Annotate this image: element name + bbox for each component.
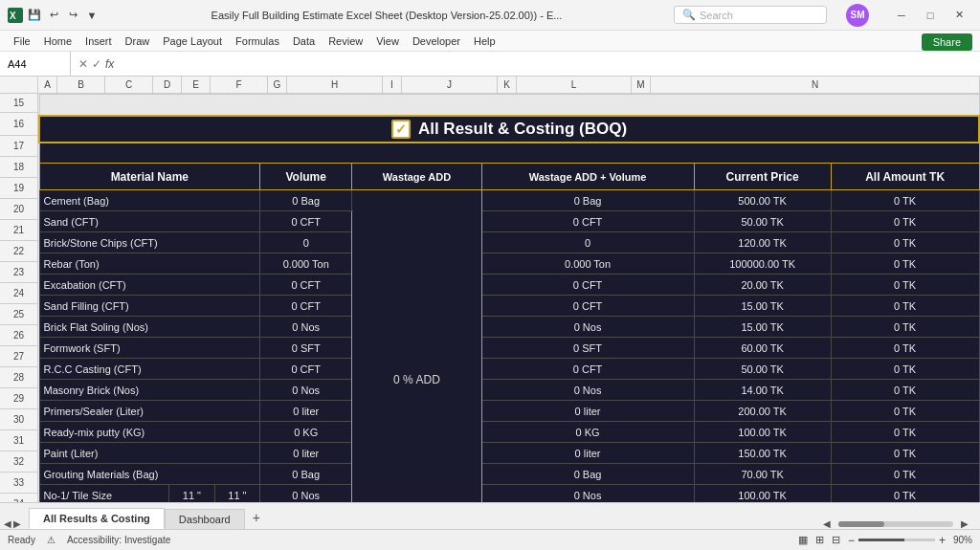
cement-price[interactable]: 500.00 TK [694,190,831,211]
rebar-vol[interactable]: 0.000 Ton [260,253,352,275]
paint-wastage-vol[interactable]: 0 liter [481,443,694,464]
sand-name[interactable]: Sand (CFT) [39,211,260,232]
zoom-in-icon[interactable]: + [939,534,946,547]
redo-icon[interactable]: ↪ [65,8,80,23]
menu-page-layout[interactable]: Page Layout [157,33,228,51]
menu-file[interactable]: File [8,33,36,51]
sand-vol[interactable]: 0 CFT [260,211,352,232]
grouting-vol[interactable]: 0 Bag [260,464,352,485]
putty-vol[interactable]: 0 KG [260,422,352,443]
rebar-name[interactable]: Rebar (Ton) [39,253,260,275]
cement-amount[interactable]: 0 TK [831,190,979,211]
rcc-price[interactable]: 50.00 TK [694,359,831,380]
cement-name[interactable]: Cement (Bag) [39,190,260,211]
tile1-amount[interactable]: 0 TK [831,485,979,503]
brick-flat-name[interactable]: Brick Flat Soling (Nos) [39,317,260,338]
tile1-wastage-vol[interactable]: 0 Nos [481,485,694,503]
col-header-e[interactable]: E [182,77,211,93]
brick-flat-amount[interactable]: 0 TK [831,317,979,338]
excabation-price[interactable]: 20.00 TK [694,275,831,296]
confirm-formula-icon[interactable]: ✓ [92,57,101,71]
excabation-name[interactable]: Excabation (CFT) [39,275,260,296]
tile1-name[interactable]: No-1/ Tile Size [39,485,169,503]
sand-filling-name[interactable]: Sand Filling (CFT) [39,296,260,317]
sand-filling-price[interactable]: 15.00 TK [694,296,831,317]
zoom-slider[interactable] [858,539,935,541]
brick-vol[interactable]: 0 [260,232,352,253]
cell-reference[interactable] [4,52,71,76]
brick-flat-wastage-vol[interactable]: 0 Nos [481,317,694,338]
rcc-wastage-vol[interactable]: 0 CFT [481,359,694,380]
paint-amount[interactable]: 0 TK [831,443,979,464]
scrollbar-right-icon[interactable]: ▶ [961,518,969,529]
col-header-i[interactable]: I [383,77,402,93]
col-header-l[interactable]: L [517,77,632,93]
rcc-name[interactable]: R.C.C Casting (CFT) [39,359,260,380]
sand-price[interactable]: 50.00 TK [694,211,831,232]
cement-wastage-vol[interactable]: 0 Bag [481,190,694,211]
primers-amount[interactable]: 0 TK [831,401,979,422]
menu-insert[interactable]: Insert [79,33,118,51]
tile1-size2[interactable]: 11 " [214,485,260,503]
paint-price[interactable]: 150.00 TK [694,443,831,464]
menu-draw[interactable]: Draw [120,33,156,51]
putty-price[interactable]: 100.00 TK [694,422,831,443]
brick-amount[interactable]: 0 TK [831,232,979,253]
close-button[interactable]: ✕ [946,6,972,25]
rcc-vol[interactable]: 0 CFT [260,359,352,380]
col-header-j[interactable]: J [402,77,498,93]
add-sheet-button[interactable]: + [245,506,268,529]
masonry-price[interactable]: 14.00 TK [694,380,831,401]
col-header-b[interactable]: B [57,77,105,93]
menu-data[interactable]: Data [287,33,321,51]
paint-vol[interactable]: 0 liter [260,443,352,464]
masonry-vol[interactable]: 0 Nos [260,380,352,401]
view-layout-icon[interactable]: ⊞ [815,534,824,546]
excabation-vol[interactable]: 0 CFT [260,275,352,296]
putty-amount[interactable]: 0 TK [831,422,979,443]
rebar-price[interactable]: 100000.00 TK [694,253,831,275]
col-header-c[interactable]: C [105,77,153,93]
maximize-button[interactable]: □ [917,6,944,25]
avatar[interactable]: SM [846,4,869,27]
primers-vol[interactable]: 0 liter [260,401,352,422]
col-header-f[interactable]: F [211,77,268,93]
menu-review[interactable]: Review [323,33,368,51]
sand-filling-vol[interactable]: 0 CFT [260,296,352,317]
brick-flat-price[interactable]: 15.00 TK [694,317,831,338]
brick-name[interactable]: Brick/Stone Chips (CFT) [39,232,260,253]
col-header-a[interactable]: A [38,77,57,93]
view-normal-icon[interactable]: ▦ [798,534,808,546]
col-header-d[interactable]: D [153,77,182,93]
formwork-name[interactable]: Formwork (SFT) [39,338,260,359]
grouting-price[interactable]: 70.00 TK [694,464,831,485]
formwork-amount[interactable]: 0 TK [831,338,979,359]
excabation-wastage-vol[interactable]: 0 CFT [481,275,694,296]
paint-name[interactable]: Paint (Liter) [39,443,260,464]
col-header-h[interactable]: H [287,77,383,93]
brick-price[interactable]: 120.00 TK [694,232,831,253]
tab-dashboard[interactable]: Dashboard [165,509,245,529]
rebar-amount[interactable]: 0 TK [831,253,979,275]
rcc-amount[interactable]: 0 TK [831,359,979,380]
grouting-wastage-vol[interactable]: 0 Bag [481,464,694,485]
col-header-n[interactable]: N [651,77,980,93]
formwork-vol[interactable]: 0 SFT [260,338,352,359]
col-header-m[interactable]: M [632,77,651,93]
masonry-name[interactable]: Masonry Brick (Nos) [39,380,260,401]
menu-developer[interactable]: Developer [407,33,466,51]
view-page-break-icon[interactable]: ⊟ [832,534,840,546]
tile1-price[interactable]: 100.00 TK [694,485,831,503]
menu-help[interactable]: Help [468,33,501,51]
brick-flat-vol[interactable]: 0 Nos [260,317,352,338]
horizontal-scrollbar[interactable] [838,521,953,527]
undo-icon[interactable]: ↩ [46,8,61,23]
menu-formulas[interactable]: Formulas [230,33,285,51]
menu-home[interactable]: Home [38,33,78,51]
tile1-size1[interactable]: 11 " [169,485,215,503]
scrollbar-left-icon[interactable]: ◀ [823,518,831,529]
share-button[interactable]: Share [922,33,972,51]
col-header-g[interactable]: G [268,77,287,93]
primers-name[interactable]: Primers/Sealer (Liter) [39,401,260,422]
sand-wastage-vol[interactable]: 0 CFT [481,211,694,232]
